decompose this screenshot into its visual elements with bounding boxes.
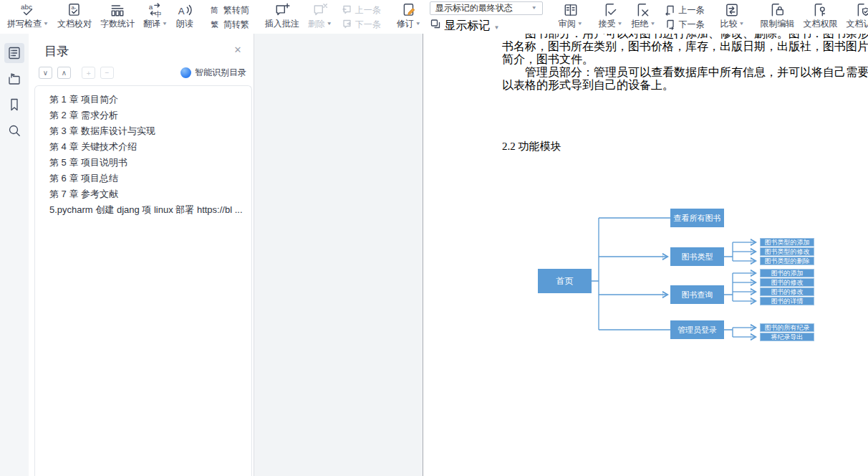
trad-to-simp-button[interactable]: 简 繁转简 bbox=[209, 4, 249, 16]
diagram-node-book-query: 图书查询 bbox=[670, 285, 724, 304]
zoom-out-button[interactable]: − bbox=[100, 67, 114, 79]
svg-text:中: 中 bbox=[155, 9, 162, 17]
markup-group: 显示标记的最终状态 ▼ 显示标记 ▼ bbox=[425, 0, 547, 34]
diagram-node-book-type: 图书类型 bbox=[670, 247, 724, 266]
insert-comment-icon bbox=[274, 1, 290, 18]
insert-comment-button[interactable]: 插入批注 bbox=[261, 0, 304, 34]
toc-item[interactable]: 第 3 章 数据库设计与实现 bbox=[35, 123, 251, 139]
spellcheck-label: 拼写检查 bbox=[7, 19, 42, 29]
change-prev-icon bbox=[664, 4, 675, 16]
track-changes-button[interactable]: 修订▼ bbox=[392, 0, 425, 34]
svg-text:a-: a- bbox=[72, 4, 77, 11]
diagram-node-export-records: 将纪录导出 bbox=[760, 333, 814, 341]
document-line: 图书部分：用户可以对图书进行添加、修改、删除。图书：图书条形 bbox=[502, 34, 868, 40]
dropdown-caret: ▼ bbox=[617, 19, 623, 27]
bookmark-icon bbox=[7, 97, 21, 112]
toc-item[interactable]: 第 4 章 关键技术介绍 bbox=[35, 139, 251, 155]
zoom-in-button[interactable]: ＋ bbox=[82, 67, 95, 79]
dropdown-caret: ▼ bbox=[415, 19, 421, 27]
doc-auth-button[interactable]: 文档认证 bbox=[842, 0, 868, 34]
dropdown-caret: ▼ bbox=[650, 19, 656, 27]
translate-button[interactable]: a中 翻译▼ bbox=[139, 0, 172, 34]
doc-permission-label: 文档权限 bbox=[803, 19, 837, 29]
change-prev-button[interactable]: 上一条 bbox=[664, 4, 704, 16]
svg-text:繁: 繁 bbox=[211, 20, 218, 29]
restrict-edit-button[interactable]: 限制编辑 bbox=[756, 0, 799, 34]
close-icon[interactable]: ✕ bbox=[232, 44, 243, 56]
toc-toolbar: ∨ ∧ ＋ − 智能识别目录 bbox=[39, 67, 246, 79]
toc-item[interactable]: 第 5 章 项目说明书 bbox=[35, 155, 251, 171]
reject-button[interactable]: 拒绝▼ bbox=[627, 0, 660, 34]
proofread-button[interactable]: a- 文档校对 bbox=[53, 0, 96, 34]
compare-icon bbox=[724, 1, 740, 18]
document-line: 管理员部分：管理员可以查看数据库中所有信息，并可以将自己需要的 bbox=[502, 66, 868, 79]
toc-title: 目录 bbox=[44, 44, 69, 58]
proofread-label: 文档校对 bbox=[57, 19, 92, 29]
svg-text:a: a bbox=[149, 2, 153, 10]
comment-prev-button[interactable]: 上一条 bbox=[341, 4, 381, 16]
smart-recognize-button[interactable]: 智能识别目录 bbox=[180, 67, 246, 79]
side-nav-rail bbox=[0, 34, 29, 476]
delete-comment-button[interactable]: 删除▼ bbox=[304, 0, 337, 34]
toc-item[interactable]: 第 6 章 项目总结 bbox=[35, 171, 251, 186]
simp-to-trad-button[interactable]: 繁 简转繁 bbox=[209, 19, 249, 30]
rail-bookmark-button[interactable] bbox=[4, 95, 24, 115]
dropdown-caret: ▼ bbox=[577, 19, 583, 27]
accept-button[interactable]: 接受▼ bbox=[594, 0, 627, 34]
dropdown-caret: ▼ bbox=[327, 19, 332, 27]
change-next-button[interactable]: 下一条 bbox=[664, 19, 704, 30]
smart-recognize-icon bbox=[180, 67, 191, 78]
rail-chapter-nav-button[interactable] bbox=[4, 69, 24, 89]
search-icon bbox=[7, 123, 21, 138]
collapse-all-button[interactable]: ∨ bbox=[39, 67, 52, 79]
spellcheck-button[interactable]: abc 拼写检查▼ bbox=[3, 0, 53, 34]
word-count-button[interactable]: 字数统计 bbox=[96, 0, 139, 34]
dropdown-caret: ▼ bbox=[738, 19, 744, 27]
doc-permission-icon bbox=[812, 1, 828, 18]
dropdown-caret: ▼ bbox=[162, 19, 168, 27]
spellcheck-icon: abc bbox=[20, 1, 36, 18]
change-next-icon bbox=[664, 19, 675, 30]
compare-label: 比较 bbox=[720, 19, 737, 29]
document-page[interactable]: 图书部分：用户可以对图书进行添加、修改、删除。图书：图书条形 书名称，图书所在类… bbox=[423, 34, 868, 476]
simp-to-trad-icon: 繁 bbox=[209, 19, 221, 30]
expand-all-button[interactable]: ∧ bbox=[57, 67, 71, 79]
diagram-node-admin-login: 管理员登录 bbox=[670, 320, 724, 339]
read-aloud-label: 朗读 bbox=[176, 19, 193, 29]
document-canvas: 图书部分：用户可以对图书进行添加、修改、删除。图书：图书条形 书名称，图书所在类… bbox=[254, 34, 868, 476]
toc-item[interactable]: 第 1 章 项目简介 bbox=[35, 92, 251, 108]
show-markup-button[interactable]: 显示标记 ▼ bbox=[430, 18, 543, 34]
doc-permission-button[interactable]: 文档权限 bbox=[799, 0, 842, 34]
markup-state-dropdown[interactable]: 显示标记的最终状态 ▼ bbox=[430, 1, 543, 15]
svg-text:简: 简 bbox=[211, 6, 218, 14]
comment-next-label: 下一条 bbox=[355, 19, 381, 30]
show-markup-label: 显示标记 bbox=[444, 19, 490, 32]
dropdown-caret: ▼ bbox=[43, 19, 49, 27]
compare-button[interactable]: 比较▼ bbox=[715, 0, 748, 34]
change-prev-label: 上一条 bbox=[678, 4, 704, 16]
trad-to-simp-label: 繁转简 bbox=[223, 4, 249, 16]
diagram-node-all-records: 图书的所有纪录 bbox=[760, 323, 814, 332]
review-button[interactable]: 审阅▼ bbox=[554, 0, 587, 34]
comment-prev-icon bbox=[341, 4, 352, 16]
read-aloud-button[interactable]: A 朗读 bbox=[172, 0, 198, 34]
doc-auth-label: 文档认证 bbox=[846, 19, 868, 29]
rail-toc-button[interactable] bbox=[4, 43, 24, 63]
toc-item[interactable]: 第 2 章 需求分析 bbox=[35, 108, 251, 123]
track-changes-label: 修订 bbox=[397, 19, 414, 29]
translate-icon: a中 bbox=[148, 1, 163, 18]
svg-text:abc: abc bbox=[21, 2, 32, 10]
change-nav-group: 上一条 下一条 bbox=[660, 0, 708, 34]
rail-search-button[interactable] bbox=[4, 120, 24, 141]
diagram-node-type-delete: 图书类型的删除 bbox=[760, 257, 814, 265]
document-paragraphs: 图书部分：用户可以对图书进行添加、修改、删除。图书：图书条形 书名称，图书所在类… bbox=[502, 34, 868, 92]
document-line: 简介，图书文件。 bbox=[502, 53, 868, 66]
toc-list: 第 1 章 项目简介 第 2 章 需求分析 第 3 章 数据库设计与实现 第 4… bbox=[34, 85, 252, 476]
diagram-node-book-add: 图书的添加 bbox=[760, 269, 814, 277]
proofread-icon: a- bbox=[67, 1, 82, 18]
toc-item[interactable]: 第 7 章 参考文献 bbox=[35, 186, 251, 202]
diagram-node-home: 首页 bbox=[538, 269, 592, 293]
change-next-label: 下一条 bbox=[678, 19, 704, 30]
comment-next-button[interactable]: 下一条 bbox=[341, 19, 381, 30]
toc-item[interactable]: 5.pycharm 创建 djang 项 linux 部署 https://bl… bbox=[35, 202, 251, 218]
